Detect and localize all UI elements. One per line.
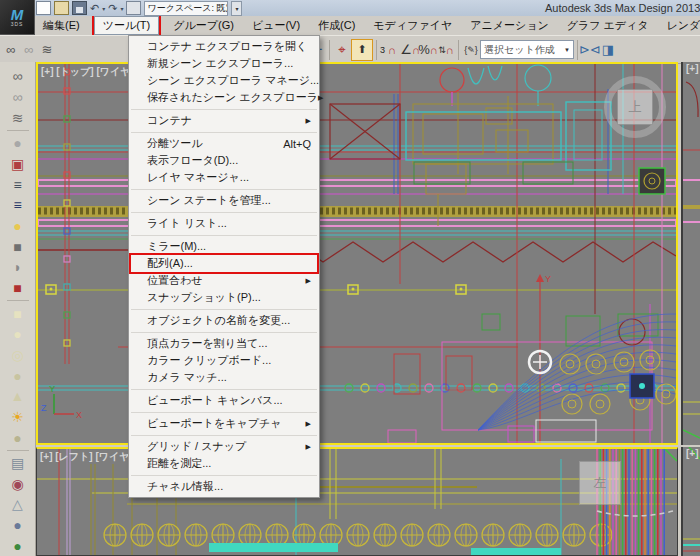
menu-item[interactable]: スナップショット(P)... xyxy=(129,289,319,306)
camera-icon[interactable]: ■ xyxy=(6,236,30,257)
workspace-combo[interactable]: ワークスペース: 既定 xyxy=(144,1,228,16)
camera-dome-icon[interactable]: ◗ xyxy=(6,257,30,278)
roof-tiles-icon[interactable]: ▤ xyxy=(6,453,30,474)
viewcube-face-label[interactable]: 上 xyxy=(617,89,653,125)
menu-item-label: カラー クリップボード... xyxy=(147,353,271,368)
align-icon[interactable]: ◨ xyxy=(599,41,617,59)
menu-item[interactable]: レイヤ マネージャ... xyxy=(129,169,319,186)
viewport-sliver-label[interactable]: [+] xyxy=(686,448,699,459)
named-selection-set-combo[interactable]: 選択セット作成▼ xyxy=(480,40,574,59)
spheres-pair-icon[interactable]: ◉ xyxy=(6,473,30,494)
menubar-item[interactable]: アニメーション xyxy=(462,17,557,34)
list-panel-icon[interactable]: ≡ xyxy=(6,174,30,195)
torus-primitive-icon[interactable]: ◎ xyxy=(6,345,30,366)
menubar-item[interactable]: グラフ エディタ xyxy=(559,17,657,34)
menu-item[interactable]: シーン ステートを管理... xyxy=(129,192,319,209)
redo-icon[interactable]: ↷ xyxy=(108,2,117,14)
light-bulb-icon[interactable]: ● xyxy=(6,216,30,237)
menubar-item[interactable]: ツール(T) xyxy=(94,16,160,35)
teapot-icon[interactable]: ● xyxy=(6,133,30,154)
save-icon[interactable] xyxy=(72,1,87,15)
workspace-dropdown-icon[interactable]: ▾ xyxy=(231,1,242,16)
viewport-right-sliver-top[interactable]: [+] xyxy=(681,62,700,445)
menu-item[interactable]: カラー クリップボード... xyxy=(129,352,319,369)
spinner-snap-icon[interactable]: ⇅∩ xyxy=(437,41,455,59)
pivot-gizmo-icon[interactable]: ⌖ xyxy=(333,41,351,59)
blob-primitive-icon[interactable]: ● xyxy=(6,324,30,345)
teapot-primitive-icon[interactable]: ● xyxy=(6,365,30,386)
menu-item-label: レイヤ マネージャ... xyxy=(147,170,249,185)
menu-item-label: ビューポートをキャプチャ xyxy=(147,416,282,431)
menu-item[interactable]: グリッド / スナップ▶ xyxy=(129,438,319,455)
angle-snap-icon[interactable]: ∠∩ xyxy=(401,41,419,59)
menu-separator xyxy=(131,189,317,190)
menubar-item[interactable]: レンダリング(R) xyxy=(659,17,700,34)
edit-named-selection-sets-icon[interactable]: {✎} xyxy=(462,41,480,59)
menu-item[interactable]: オブジェクトの名前を変更... xyxy=(129,312,319,329)
snap-toggle-icon[interactable]: ∩ xyxy=(383,41,401,59)
menu-item[interactable]: 新規シーン エクスプローラ... xyxy=(129,55,319,72)
undo-icon[interactable]: ↶ xyxy=(90,2,99,14)
app-logo-button[interactable]: M 3DS xyxy=(0,0,35,35)
menu-item[interactable]: ライト リスト... xyxy=(129,215,319,232)
use-pivot-point-button[interactable]: ⬆ xyxy=(351,39,373,61)
foliage-icon[interactable]: ● xyxy=(6,536,30,556)
menu-item[interactable]: 表示フロータ(D)... xyxy=(129,152,319,169)
menubar-item[interactable]: ビュー(V) xyxy=(244,17,308,34)
video-camera-icon[interactable]: ■ xyxy=(6,278,30,299)
menu-separator xyxy=(131,435,317,436)
rock-icon[interactable]: ● xyxy=(6,515,30,536)
menu-item[interactable]: 分離ツールAlt+Q xyxy=(129,135,319,152)
menu-item[interactable]: シーン エクスプローラ マネージ... xyxy=(129,72,319,89)
unlink-selection-icon[interactable]: ∞ xyxy=(20,41,38,59)
menu-item[interactable]: ビューポート キャンバス... xyxy=(129,392,319,409)
menu-item[interactable]: チャネル情報... xyxy=(129,478,319,495)
menu-item[interactable]: コンテナ エクスプローラを開く xyxy=(129,38,319,55)
menu-item[interactable]: 位置合わせ▶ xyxy=(129,272,319,289)
bind-spacewarp-icon[interactable]: ≋ xyxy=(6,107,30,128)
select-link-icon[interactable]: ∞ xyxy=(2,41,20,59)
sun-light-icon[interactable]: ☀ xyxy=(6,407,30,428)
viewport-right-sliver-bottom[interactable]: [+] xyxy=(681,447,700,556)
menu-item-label: 位置合わせ xyxy=(147,273,203,288)
menubar-item[interactable]: グループ(G) xyxy=(165,17,242,34)
toolbar-separator xyxy=(7,450,29,451)
bind-to-spacewarp-icon[interactable]: ≋ xyxy=(38,41,56,59)
menu-item[interactable]: ミラー(M)... xyxy=(129,238,319,255)
menu-item[interactable]: 保存されたシーン エクスプローラ▶ xyxy=(129,89,319,106)
menu-item[interactable]: コンテナ▶ xyxy=(129,112,319,129)
new-file-icon[interactable] xyxy=(36,1,51,15)
viewcube-left[interactable]: 左 xyxy=(579,461,621,505)
menu-item[interactable]: 頂点カラーを割り当て... xyxy=(129,335,319,352)
menu-item-label: 新規シーン エクスプローラ... xyxy=(147,56,293,71)
submenu-arrow-icon: ▶ xyxy=(306,443,311,451)
submenu-arrow-icon: ▶ xyxy=(306,117,311,125)
project-folder-icon[interactable] xyxy=(126,1,141,15)
undo-dropdown-icon[interactable]: ▾ xyxy=(102,5,105,12)
menu-item[interactable]: 距離を測定... xyxy=(129,455,319,472)
menu-item[interactable]: ビューポートをキャプチャ▶ xyxy=(129,415,319,432)
sphere-primitive-icon[interactable]: ● xyxy=(6,427,30,448)
viewcube[interactable]: 上 xyxy=(604,76,666,138)
percent-snap-icon[interactable]: %∩ xyxy=(419,41,437,59)
menu-separator xyxy=(131,412,317,413)
menu-item-label: ミラー(M)... xyxy=(147,239,206,254)
menubar-item[interactable]: 編集(E) xyxy=(35,17,88,34)
unlink-icon[interactable]: ∞ xyxy=(6,87,30,108)
box-primitive-icon[interactable]: ■ xyxy=(6,303,30,324)
cone-primitive-icon[interactable]: ▲ xyxy=(6,386,30,407)
list-panel2-icon[interactable]: ≡ xyxy=(6,195,30,216)
mirror-icon[interactable]: ⊳⊲ xyxy=(581,41,599,59)
link-icon[interactable]: ∞ xyxy=(6,66,30,87)
tools-menu-panel: コンテナ エクスプローラを開く新規シーン エクスプローラ...シーン エクスプロ… xyxy=(128,35,320,498)
truss-icon[interactable]: △ xyxy=(6,494,30,515)
menu-item[interactable]: 配列(A)... xyxy=(131,255,317,272)
menubar-item[interactable]: 作成(C) xyxy=(310,17,363,34)
menubar-item[interactable]: モディファイヤ xyxy=(365,17,460,34)
open-file-icon[interactable] xyxy=(54,1,69,15)
viewport-sliver-label[interactable]: [+] xyxy=(686,63,699,74)
menu-item[interactable]: カメラ マッチ... xyxy=(129,369,319,386)
quick-access-toolbar: ↶▾ ↷▾ ワークスペース: 既定 ▾ xyxy=(36,1,242,15)
redo-dropdown-icon[interactable]: ▾ xyxy=(120,5,123,12)
material-window-icon[interactable]: ▣ xyxy=(6,154,30,175)
